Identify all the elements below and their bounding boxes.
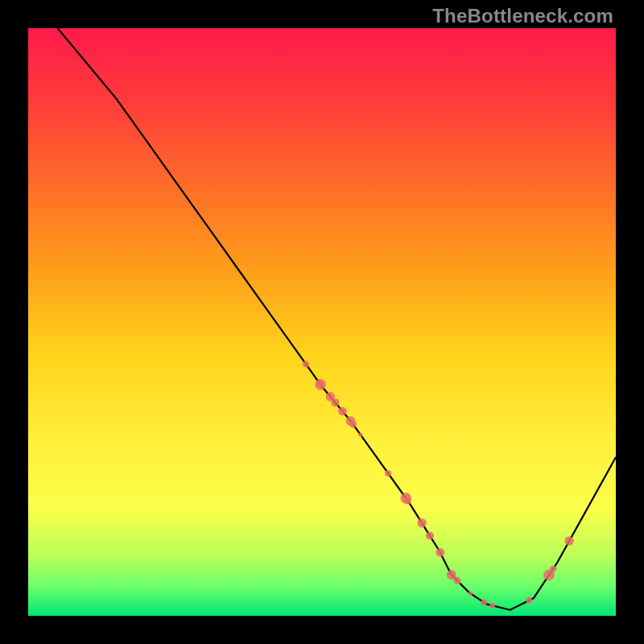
data-marker — [303, 361, 309, 367]
chart-frame: TheBottleneck.com — [0, 0, 644, 644]
data-marker — [316, 380, 323, 386]
data-marker — [351, 422, 354, 425]
data-marker — [417, 518, 426, 527]
data-marker — [565, 536, 574, 545]
data-marker — [550, 565, 556, 572]
data-marker — [436, 548, 444, 557]
curve-line — [58, 28, 617, 610]
plot-area — [28, 28, 616, 616]
data-marker — [457, 581, 460, 584]
data-marker — [331, 398, 339, 407]
curve-markers — [303, 361, 574, 609]
data-marker — [426, 531, 434, 539]
data-marker — [526, 597, 532, 604]
data-marker — [481, 599, 487, 605]
data-marker — [358, 432, 362, 436]
data-marker — [385, 470, 391, 477]
data-marker — [469, 592, 473, 596]
data-marker — [404, 497, 411, 504]
data-marker — [489, 603, 495, 609]
data-marker — [338, 407, 347, 415]
curve-svg — [28, 28, 616, 616]
watermark-text: TheBottleneck.com — [432, 5, 613, 27]
